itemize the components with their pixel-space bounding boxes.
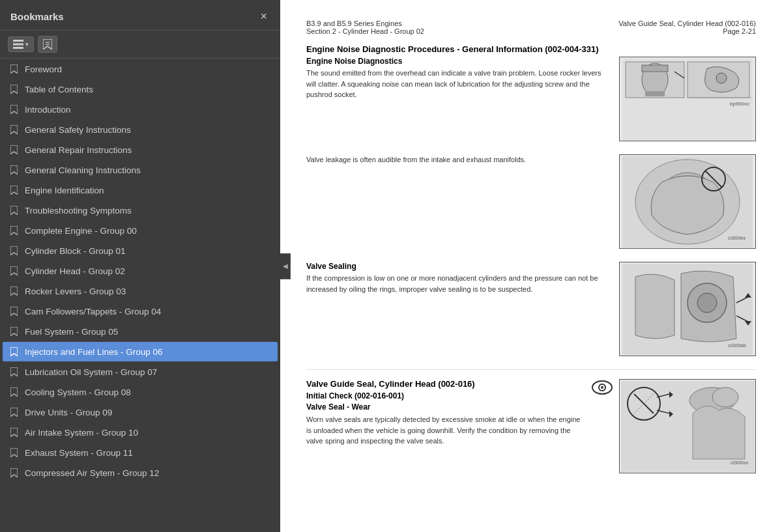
bookmark-icon-rocker-levers <box>9 286 18 296</box>
bookmark-item-troubleshooting[interactable]: Troubleshooting Symptoms <box>3 201 278 220</box>
svg-marker-10 <box>10 145 18 154</box>
bookmark-manage-icon <box>43 39 52 49</box>
svg-marker-24 <box>10 428 18 437</box>
bookmark-icon-air-intake <box>9 427 18 438</box>
valve-sub2: Valve Seal - Wear <box>306 402 585 412</box>
close-button[interactable]: × <box>257 9 270 23</box>
svg-marker-21 <box>10 367 18 376</box>
bookmark-icon-cylinder-head <box>9 266 18 276</box>
bookmark-label-engine-id: Engine Identification <box>25 186 104 195</box>
section1-diagram: bp900xc <box>622 59 753 140</box>
section3-subtitle: Valve Sealing <box>306 262 606 271</box>
bookmark-icon-general-repair <box>9 145 18 155</box>
svg-marker-15 <box>10 246 18 255</box>
collapse-panel-tab[interactable]: ◀ <box>280 253 291 279</box>
bookmark-icon-foreword <box>9 64 18 74</box>
bookmark-icon-engine-id <box>9 185 18 195</box>
valve-titles: Valve Guide Seal, Cylinder Head (002-016… <box>306 379 585 452</box>
view-toggle-button[interactable]: ▾ <box>8 36 34 52</box>
bookmark-label-rocker-levers: Rocker Levers - Group 03 <box>25 287 126 296</box>
bookmark-item-general-safety[interactable]: General Safety Instructions <box>3 120 278 139</box>
bookmark-item-toc[interactable]: Table of Contents <box>3 79 278 99</box>
section2-text: Valve leakage is often audible from the … <box>306 154 606 171</box>
bookmark-label-fuel-system: Fuel System - Group 05 <box>25 327 118 337</box>
svg-marker-17 <box>10 287 18 296</box>
bookmark-icon-troubleshooting <box>9 205 18 216</box>
bookmark-icon-exhaust <box>9 447 18 458</box>
bookmark-item-air-intake[interactable]: Air Intake System - Group 10 <box>3 423 278 442</box>
bookmark-item-compressed-air[interactable]: Compressed Air Sytem - Group 12 <box>3 463 278 483</box>
section3: Valve Sealing If the compression is low … <box>306 262 756 356</box>
bookmark-item-general-repair[interactable]: General Repair Instructions <box>3 140 278 160</box>
svg-marker-6 <box>10 64 18 74</box>
bookmark-icon-complete-engine <box>9 225 18 236</box>
svg-marker-26 <box>10 468 18 477</box>
svg-rect-0 <box>13 40 23 42</box>
bookmark-item-exhaust[interactable]: Exhaust System - Group 11 <box>3 443 278 462</box>
bookmark-label-cylinder-block: Cylinder Block - Group 01 <box>25 246 126 256</box>
bookmark-label-drive-units: Drive Units - Group 09 <box>25 408 112 417</box>
bookmark-label-troubleshooting: Troubleshooting Symptoms <box>25 206 132 216</box>
bookmarks-panel: Bookmarks × ▾ ForewordTable of ContentsI… <box>0 0 280 532</box>
section1-text: Engine Noise Diagnostics The sound emitt… <box>306 57 606 105</box>
bookmark-icon-lubrication <box>9 367 18 377</box>
bookmark-item-general-cleaning[interactable]: General Cleaning Instructions <box>3 160 278 180</box>
svg-text:ci300ks: ci300ks <box>728 235 746 241</box>
bookmark-label-foreword: Foreword <box>25 64 62 74</box>
svg-rect-30 <box>642 65 668 72</box>
svg-marker-22 <box>10 387 18 397</box>
eye-symbol <box>592 380 613 395</box>
valve-subtitle: Initial Check (002-016-001) <box>306 391 585 400</box>
bookmark-label-cooling: Cooling System - Group 08 <box>25 387 131 397</box>
svg-marker-12 <box>10 186 18 195</box>
bookmark-item-cam-followers[interactable]: Cam Followers/Tappets - Group 04 <box>3 301 278 321</box>
section1-body: The sound emitted from the overhead can … <box>306 68 606 100</box>
bookmark-item-cylinder-block[interactable]: Cylinder Block - Group 01 <box>3 241 278 260</box>
bookmark-label-cam-followers: Cam Followers/Tappets - Group 04 <box>25 307 161 316</box>
bookmark-item-introduction[interactable]: Introduction <box>3 100 278 119</box>
svg-point-45 <box>697 293 717 313</box>
section2-content: Valve leakage is often audible from the … <box>306 154 756 249</box>
bookmark-icon-introduction <box>9 104 18 115</box>
section3-body: If the compression is low on one or more… <box>306 273 606 294</box>
bookmark-item-lubrication[interactable]: Lubrication Oil System - Group 07 <box>3 362 278 382</box>
bookmark-item-fuel-system[interactable]: Fuel System - Group 05 <box>3 322 278 341</box>
section2-diagram: ci300ks <box>622 156 753 247</box>
bookmark-label-compressed-air: Compressed Air Sytem - Group 12 <box>25 468 159 478</box>
svg-marker-19 <box>10 327 18 336</box>
valve-section: Valve Guide Seal, Cylinder Head (002-016… <box>306 369 756 473</box>
bookmark-item-complete-engine[interactable]: Complete Engine - Group 00 <box>3 221 278 240</box>
bookmark-item-injectors[interactable]: Injectors and Fuel Lines - Group 06 <box>3 342 278 361</box>
section1-title: Engine Noise Diagnostic Procedures - Gen… <box>306 44 756 54</box>
svg-marker-14 <box>10 226 18 235</box>
bookmark-item-foreword[interactable]: Foreword <box>3 59 278 79</box>
section2-body: Valve leakage is often audible from the … <box>306 154 606 165</box>
bookmark-item-drive-units[interactable]: Drive Units - Group 09 <box>3 402 278 422</box>
svg-marker-16 <box>10 266 18 275</box>
bookmark-label-exhaust: Exhaust System - Group 11 <box>25 448 133 458</box>
bookmark-item-cylinder-head[interactable]: Cylinder Head - Group 02 <box>3 261 278 281</box>
svg-point-34 <box>716 73 727 83</box>
bookmark-icon-toc <box>9 84 18 94</box>
bookmark-icon-injectors <box>9 346 18 357</box>
doc-header-left: B3.9 and B5.9 Series Engines Section 2 -… <box>306 20 424 35</box>
bookmark-icon-cylinder-block <box>9 245 18 256</box>
svg-marker-25 <box>10 448 18 457</box>
bookmark-icon-drive-units <box>9 407 18 417</box>
bookmark-list: ForewordTable of ContentsIntroductionGen… <box>0 59 280 532</box>
bookmark-label-complete-engine: Complete Engine - Group 00 <box>25 226 137 236</box>
eye-icon <box>592 380 613 397</box>
bookmark-item-cooling[interactable]: Cooling System - Group 08 <box>3 382 278 402</box>
bookmark-label-general-repair: General Repair Instructions <box>25 145 132 155</box>
bookmark-icon-fuel-system <box>9 326 18 337</box>
bookmark-item-engine-id[interactable]: Engine Identification <box>3 180 278 200</box>
section2: Valve leakage is often audible from the … <box>306 154 756 249</box>
bookmark-label-injectors: Injectors and Fuel Lines - Group 06 <box>25 347 163 357</box>
bookmark-icon-cam-followers <box>9 306 18 316</box>
svg-text:ci300kb: ci300kb <box>728 343 746 348</box>
svg-point-53 <box>601 386 603 389</box>
bookmark-item-rocker-levers[interactable]: Rocker Levers - Group 03 <box>3 281 278 301</box>
bookmark-manage-button[interactable] <box>38 36 57 53</box>
svg-point-63 <box>712 387 738 407</box>
valve-title: Valve Guide Seal, Cylinder Head (002-016… <box>306 379 585 389</box>
